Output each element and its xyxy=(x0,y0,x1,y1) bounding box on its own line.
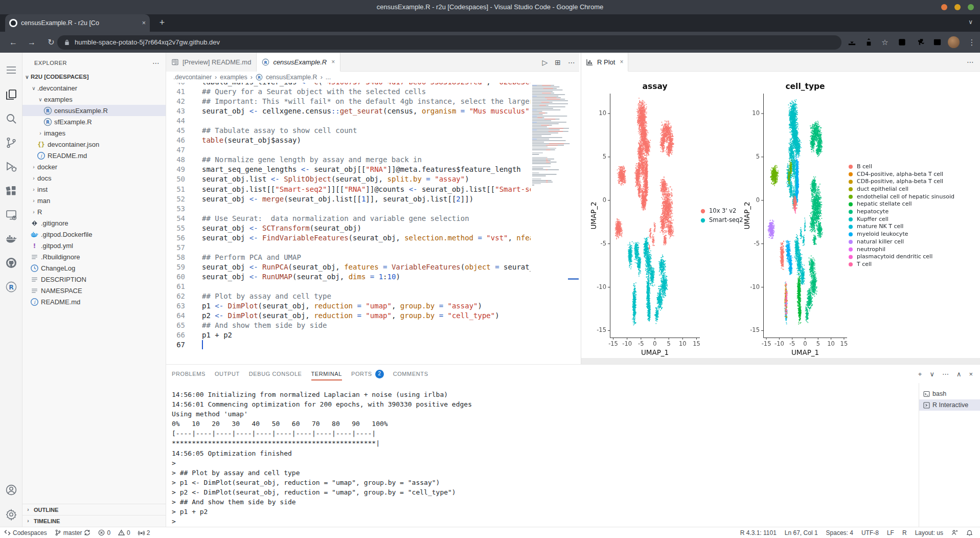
folder-row-R2U [CODESPACES][interactable]: ∨R2U [CODESPACES] xyxy=(22,71,166,82)
url-bar[interactable]: humble-space-potato-5j7r664xq2v7gw.githu… xyxy=(57,35,841,50)
file-row-.gitpod.Dockerfile[interactable]: .gitpod.Dockerfile xyxy=(22,229,166,240)
docker-icon[interactable] xyxy=(5,233,17,245)
status-2[interactable]: 2 xyxy=(138,529,150,536)
bell-icon[interactable] xyxy=(966,529,973,536)
forward-icon[interactable]: → xyxy=(26,36,38,49)
window-button-1[interactable] xyxy=(941,4,947,10)
feedback-icon[interactable] xyxy=(951,529,958,536)
file-row-.gitpod.yml[interactable]: !.gitpod.yml xyxy=(22,240,166,251)
folder-row-inst[interactable]: ›inst xyxy=(22,184,166,195)
breadcrumb-item[interactable]: .devcontainer xyxy=(173,74,212,81)
split-editor-icon[interactable]: ⊞ xyxy=(555,58,561,66)
code-line-54[interactable]: 54## Use Seurat: data normalization and … xyxy=(166,214,531,223)
tab--preview-readme-md[interactable]: [Preview] README.md xyxy=(166,53,257,72)
status-codespaces[interactable]: Codespaces xyxy=(4,529,47,536)
panel-tab-debug-console[interactable]: DEBUG CONSOLE xyxy=(249,365,302,383)
code-line-60[interactable]: 60seurat_obj <- RunUMAP(seurat_obj, dims… xyxy=(166,272,531,282)
code-line-50[interactable]: 50seurat_obj.list <- SplitObject(seurat_… xyxy=(166,174,531,184)
file-row-NAMESPACE[interactable]: NAMESPACE xyxy=(22,285,166,296)
code-line-55[interactable]: 55seurat_obj <- SCTransform(seurat_obj) xyxy=(166,223,531,233)
close-icon[interactable]: × xyxy=(969,370,973,378)
panel-tab-output[interactable]: OUTPUT xyxy=(215,365,240,383)
code-line-67[interactable]: 67 xyxy=(166,340,531,350)
breadcrumb[interactable]: .devcontainer›examples›RcensusExample.R›… xyxy=(173,72,331,83)
window-button-3[interactable] xyxy=(968,4,974,10)
reload-icon[interactable]: ↻ xyxy=(45,36,57,49)
box-icon[interactable] xyxy=(896,37,907,48)
code-line-52[interactable]: 52seurat_obj <- merge(seurat_obj.list[[1… xyxy=(166,194,531,204)
folder-row-man[interactable]: ›man xyxy=(22,195,166,206)
github-icon[interactable] xyxy=(5,257,17,269)
code-line-61[interactable]: 61 xyxy=(166,282,531,292)
terminal-output[interactable]: 14:56:00 Initializing from normalized La… xyxy=(172,390,914,527)
folder-row-.devcontainer[interactable]: ∨.devcontainer xyxy=(22,82,166,94)
status-layout-us[interactable]: Layout: us xyxy=(915,529,943,536)
menu-icon[interactable] xyxy=(5,64,17,76)
rplot-tab-close-icon[interactable]: × xyxy=(620,58,623,65)
search-icon[interactable] xyxy=(5,113,17,125)
code-line-59[interactable]: 59seurat_obj <- RunPCA(seurat_obj, featu… xyxy=(166,262,531,272)
code-line-43[interactable]: 43seurat_obj <- cellxgene.census::get_se… xyxy=(166,106,531,116)
folder-row-images[interactable]: ›images xyxy=(22,127,166,139)
panel-tab-problems[interactable]: PROBLEMS xyxy=(172,365,206,383)
file-row-sfExample.R[interactable]: RsfExample.R xyxy=(22,116,166,127)
code-line-41[interactable]: 41## Query for a Seurat object with the … xyxy=(166,87,531,97)
session-bash[interactable]: bash xyxy=(919,388,980,399)
sidebar-section-outline[interactable]: ›OUTLINE xyxy=(22,504,166,515)
star-icon[interactable]: ☆ xyxy=(879,37,891,48)
account-icon[interactable] xyxy=(5,484,17,496)
file-row-devcontainer.json[interactable]: {}devcontainer.json xyxy=(22,139,166,150)
panel-tab-ports[interactable]: PORTS2 xyxy=(351,365,384,383)
code-line-66[interactable]: 66p1 + p2 xyxy=(166,330,531,340)
tab-close-icon[interactable]: × xyxy=(142,19,146,27)
browser-tab[interactable]: censusExample.R - r2u [Co × xyxy=(5,14,150,32)
chevron-down-icon[interactable]: ∨ xyxy=(929,370,935,378)
status-lf[interactable]: LF xyxy=(887,529,894,536)
code-line-56[interactable]: 56seurat_obj <- FindVariableFeatures(seu… xyxy=(166,233,531,243)
code-line-45[interactable]: 45## Tabulate assay to show cell count xyxy=(166,126,531,136)
settings-gear-icon[interactable] xyxy=(5,508,17,521)
folder-row-R[interactable]: ›R xyxy=(22,206,166,217)
folder-row-docs[interactable]: ›docs xyxy=(22,172,166,184)
code-line-42[interactable]: 42## Important: This *will fail* on the … xyxy=(166,97,531,106)
rplot-more-icon[interactable]: ⋯ xyxy=(967,58,974,66)
remote-explorer-icon[interactable] xyxy=(5,209,17,221)
breadcrumb-item[interactable]: examples xyxy=(220,74,247,81)
window-button-2[interactable] xyxy=(954,4,961,10)
breadcrumb-item[interactable]: ... xyxy=(326,74,331,81)
avatar[interactable] xyxy=(948,36,960,48)
code-editor[interactable]: 40tabula_muris_liver_ids <- c("45106737-… xyxy=(166,83,531,364)
panel-tab-terminal[interactable]: TERMINAL xyxy=(311,365,342,383)
status-utf-8[interactable]: UTF-8 xyxy=(861,529,879,536)
code-line-44[interactable]: 44 xyxy=(166,116,531,126)
file-row-DESCRIPTION[interactable]: DESCRIPTION xyxy=(22,274,166,285)
tab-r-plot[interactable]: R Plot × xyxy=(581,53,628,72)
session-r-interactive[interactable]: R Interactive xyxy=(919,399,980,411)
status-master[interactable]: master xyxy=(55,529,91,536)
panel-icon[interactable] xyxy=(931,37,943,48)
puzzle-icon[interactable] xyxy=(916,37,927,48)
code-line-63[interactable]: 63p1 <- DimPlot(seurat_obj, reduction = … xyxy=(166,301,531,311)
status-0[interactable]: 0 xyxy=(118,529,130,536)
status-0[interactable]: 0 xyxy=(98,529,110,536)
new-terminal-icon[interactable]: + xyxy=(918,370,922,378)
tab-search-chevron-icon[interactable]: ∨ xyxy=(968,18,973,26)
code-line-47[interactable]: 47 xyxy=(166,145,531,155)
status-r-4-3-1-1101[interactable]: R 4.3.1: 1101 xyxy=(740,529,777,536)
extensions-icon[interactable] xyxy=(5,185,17,197)
install-icon[interactable] xyxy=(846,37,857,48)
run-file-icon[interactable]: ▷ xyxy=(542,58,548,66)
r-lang-icon[interactable]: R xyxy=(5,281,17,293)
editor-more-icon[interactable]: ⋯ xyxy=(568,58,575,66)
code-line-64[interactable]: 64p2 <- DimPlot(seurat_obj, reduction = … xyxy=(166,311,531,321)
code-line-65[interactable]: 65## And show them side by side xyxy=(166,321,531,330)
file-row-censusExample.R[interactable]: RcensusExample.R xyxy=(22,105,166,116)
explorer-more-icon[interactable]: ⋯ xyxy=(152,59,159,67)
code-line-49[interactable]: 49smart_seq_gene_lengths <- seurat_obj[[… xyxy=(166,165,531,174)
run-debug-icon[interactable] xyxy=(5,161,17,173)
sync-icon[interactable] xyxy=(84,529,90,536)
back-icon[interactable]: ← xyxy=(7,36,19,49)
file-row-ChangeLog[interactable]: ChangeLog xyxy=(22,262,166,274)
tab-close-icon[interactable]: × xyxy=(331,58,335,65)
menu-kebab-icon[interactable]: ⋮ xyxy=(966,37,977,48)
